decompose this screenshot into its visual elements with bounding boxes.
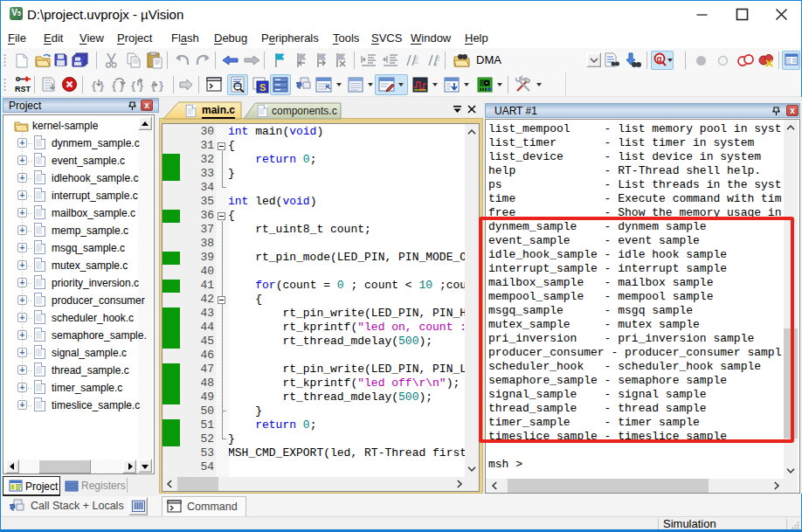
svg-text:q: q xyxy=(657,54,662,64)
svg-text:{: { xyxy=(131,79,135,92)
svg-text:}: } xyxy=(100,79,104,92)
svg-text:{: { xyxy=(92,79,96,92)
svg-text:S: S xyxy=(259,82,266,93)
svg-text:}: } xyxy=(159,79,163,92)
svg-text:RST: RST xyxy=(15,85,31,93)
svg-text:x: x xyxy=(434,61,438,67)
